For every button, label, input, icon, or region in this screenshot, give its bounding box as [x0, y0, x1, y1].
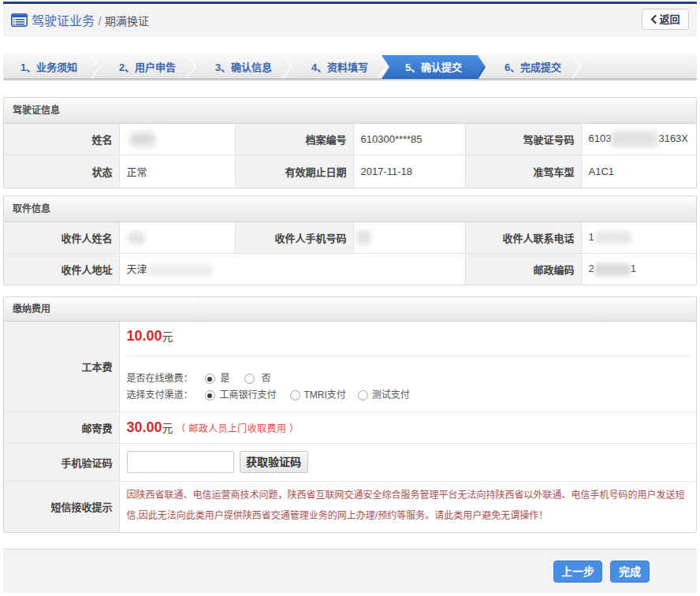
svg-text:4、资料填写: 4、资料填写 — [311, 61, 368, 73]
svg-text:2、用户申告: 2、用户申告 — [119, 61, 176, 73]
svg-text:1、业务须知: 1、业务须知 — [20, 61, 77, 73]
svg-text:5、确认提交: 5、确认提交 — [405, 61, 462, 73]
svg-text:3、确认信息: 3、确认信息 — [215, 61, 272, 73]
svg-text:6、完成提交: 6、完成提交 — [505, 61, 561, 73]
